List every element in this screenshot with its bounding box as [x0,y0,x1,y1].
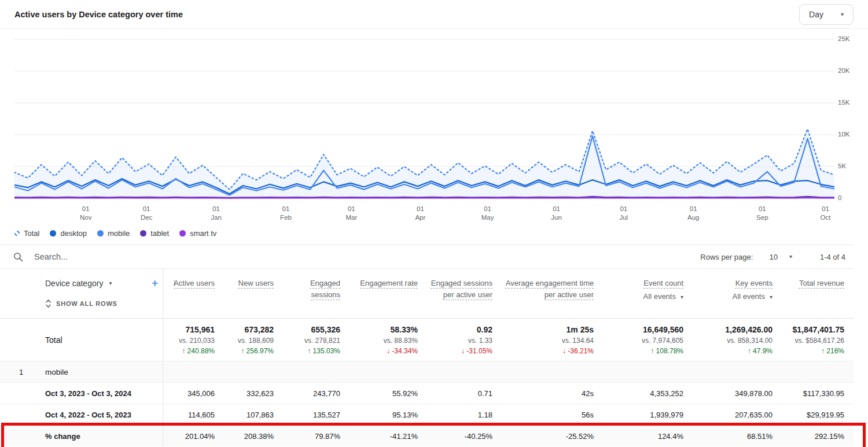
row-label: mobile [32,361,163,382]
sort-descending-icon[interactable]: ↓ [172,276,177,288]
total-metric-cell: 1m 25svs. 134.64↓ -36.21% [502,325,603,355]
legend-dot-icon [50,230,56,237]
y-axis-label: 15K [838,99,861,106]
column-header-active-users[interactable]: ↓Active users [163,269,224,289]
total-metric-cell: 715,961vs. 210,033↑ 240.88% [163,325,224,355]
x-axis-tick: 01Apr [415,205,425,222]
x-tick-month: Jul [619,213,628,222]
total-value: 673,282 [224,325,274,334]
granularity-dropdown[interactable]: Day ▾ [799,4,854,25]
chart-header: Active users by Device category over tim… [0,0,868,29]
series-line-smart-tv [14,198,834,198]
rows-per-page-value[interactable]: 10 [769,253,777,261]
column-header-average-engagement-time-per-active-user[interactable]: Average engagement time per active user [502,269,603,301]
table-cell: 95.13% [350,411,427,419]
total-change: ↑ 216% [782,347,844,355]
column-title: Engaged sessions [283,278,340,301]
column-header-engaged-sessions-per-active-user[interactable]: Engaged sessions per active user [427,269,502,301]
search-box[interactable] [13,252,700,263]
table-cell: 208.38% [224,432,283,441]
row-label: Oct 3, 2023 - Oct 3, 2024 [32,383,163,404]
x-tick-day: 01 [415,205,425,213]
total-change: ↑ 135.03% [283,347,340,355]
column-header-total-revenue[interactable]: Total revenue [782,269,854,289]
y-axis-label: 10K [838,131,861,138]
total-change: ↓ -36.21% [502,347,594,355]
event-scope-dropdown[interactable]: All events▾ [693,291,773,302]
legend-item-mobile[interactable]: mobile [97,229,130,238]
column-title: Engagement rate [350,278,418,289]
total-comparison: vs. $584,617.26 [782,337,844,345]
column-header-engaged-sessions[interactable]: Engaged sessions [283,269,350,301]
x-axis-tick: 01Dec [141,205,152,222]
legend-item-smart-tv[interactable]: smart tv [179,229,216,238]
column-header-event-count[interactable]: Event countAll events▾ [603,269,693,302]
table-cell: 79.87% [283,432,350,441]
total-metric-cell: 58.33%vs. 88.83%↓ -34.34% [350,325,427,355]
table-row-group[interactable]: 1mobile [0,361,854,382]
x-tick-day: 01 [280,205,292,213]
dimension-selector[interactable]: Device category ▾ [45,279,112,288]
event-scope-label: All events [643,292,676,301]
pagination-range: 1-4 of 4 [820,253,845,261]
total-metric-cell: 0.92vs. 1.33↓ -31.05% [427,325,502,355]
total-metric-cell: 673,282vs. 188,609↑ 256.97% [224,325,283,355]
legend-label: tablet [150,229,169,238]
table-cell: $29,919.95 [782,411,854,419]
page-title: Active users by Device category over tim… [14,10,183,19]
show-all-rows-button[interactable]: SHOW ALL ROWS [45,300,163,308]
total-metric-cell: 655,326vs. 278,821↑ 135.03% [283,325,350,355]
total-metric-cell: 16,649,560vs. 7,974,605↑ 108.78% [603,325,693,355]
total-value: 1m 25s [502,325,594,334]
x-axis-tick: 01Aug [687,205,699,222]
unfold-more-icon [45,300,52,308]
column-header-new-users[interactable]: New users [224,269,283,289]
event-scope-label: All events [733,292,765,301]
legend-item-desktop[interactable]: desktop [50,229,87,238]
rows-per-page-dropdown-icon[interactable]: ▾ [789,254,792,260]
table-cell: -25.52% [502,432,603,441]
table-row[interactable]: % change201.04%208.38%79.87%-41.21%-40.2… [0,425,854,446]
legend-item-total[interactable]: Total [14,229,39,238]
total-value: 0.92 [427,325,492,334]
dimension-label: Device category [45,279,103,288]
show-all-rows-label: SHOW ALL ROWS [56,300,117,307]
table-cell: 4,353,252 [603,389,693,398]
total-comparison: vs. 858,314.00 [693,337,773,345]
total-comparison: vs. 210,033 [163,337,215,345]
row-number: 1 [0,368,32,376]
table-toolbar: Rows per page: 10 ▾ 1-4 of 4 [0,245,854,269]
x-axis-tick: 01May [481,205,494,222]
total-row-label: Total [32,319,163,361]
add-dimension-button[interactable]: + [151,277,158,289]
x-axis-tick: 01Jul [619,205,628,222]
search-input[interactable] [33,252,207,262]
search-icon [13,252,24,263]
total-value: 16,649,560 [603,325,683,334]
x-axis-tick: 01Oct [820,205,830,222]
x-tick-day: 01 [687,205,699,213]
event-scope-dropdown[interactable]: All events▾ [603,291,683,302]
rows-per-page-label: Rows per page: [700,253,753,261]
legend-item-tablet[interactable]: tablet [140,229,169,238]
table-row[interactable]: Oct 4, 2022 - Oct 5, 2023114,605107,8631… [0,404,854,425]
total-change: ↓ -31.05% [427,347,492,355]
legend-label: desktop [60,229,87,238]
table-cell: 243,770 [283,389,350,398]
chart-svg [14,36,834,204]
x-axis-tick: 01Jan [211,205,222,222]
table-cell: 56s [502,411,603,419]
total-value: 1,269,426.00 [693,325,773,334]
table-header-row: Device category ▾ + SHOW ALL ROWS ↓Activ… [0,269,854,318]
y-axis-label: 20K [838,67,861,74]
total-comparison: vs. 188,609 [224,337,274,345]
x-tick-month: Mar [345,213,357,222]
plot-area[interactable]: 05K10K15K20K25K [14,36,834,204]
table-cell: 135,527 [283,411,350,419]
total-metric-cell: 1,269,426.00vs. 858,314.00↑ 47.9% [693,325,782,355]
table-cell: 68.51% [693,432,782,441]
table-row[interactable]: Oct 3, 2023 - Oct 3, 2024345,006332,6232… [0,382,854,404]
column-header-key-events[interactable]: Key eventsAll events▾ [693,269,782,302]
row-label: % change [32,426,163,446]
column-header-engagement-rate[interactable]: Engagement rate [350,269,427,289]
